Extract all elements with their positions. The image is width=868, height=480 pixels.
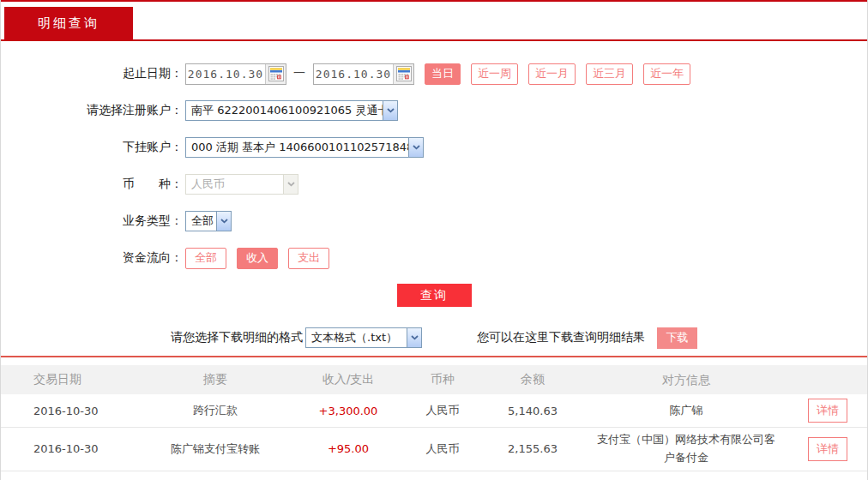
detail-button[interactable]: 详情 bbox=[808, 437, 847, 461]
cell-amount: +3,300.00 bbox=[292, 405, 404, 417]
flow-income-button[interactable]: 收入 bbox=[237, 248, 278, 269]
register-account-row: 请选择注册账户： 南平 6222001406100921065 灵通卡 bbox=[1, 99, 867, 122]
chevron-down-icon bbox=[408, 138, 423, 157]
currency-row: 币 种： 人民币 bbox=[1, 173, 867, 195]
table-header-row: 交易日期 摘要 收入/支出 币种 余额 对方信息 bbox=[1, 365, 867, 394]
download-hint: 您可以在这里下载查询明细结果 bbox=[477, 330, 645, 345]
cell-balance: 2,155.63 bbox=[481, 442, 584, 455]
range-week-button[interactable]: 近一周 bbox=[471, 63, 518, 85]
header-currency: 币种 bbox=[404, 372, 481, 387]
table-top-divider bbox=[1, 356, 867, 357]
start-date-input[interactable]: 2016.10.30 bbox=[185, 63, 286, 85]
table-row: 2016-10-30 陈广锦支付宝转账 +95.00 人民币 2,155.63 … bbox=[1, 428, 867, 471]
header-date: 交易日期 bbox=[1, 372, 138, 387]
business-type-label: 业务类型： bbox=[1, 213, 183, 229]
header-amount: 收入/支出 bbox=[292, 372, 404, 387]
business-type-value: 全部 bbox=[186, 213, 216, 229]
end-date-value: 2016.10.30 bbox=[314, 68, 393, 81]
row-separator bbox=[1, 471, 867, 471]
table-row: 2016-10-30 跨行汇款 +3,300.00 人民币 5,140.63 陈… bbox=[1, 394, 867, 427]
fund-flow-label: 资金流向： bbox=[1, 250, 183, 266]
tab-bar: 明细查询 bbox=[1, 2, 867, 39]
date-range-row: 起止日期： 2016.10.30 bbox=[1, 63, 867, 85]
detail-query-page: 明细查询 起止日期： 2016.10.30 bbox=[0, 0, 868, 480]
query-form: 起止日期： 2016.10.30 bbox=[1, 41, 867, 349]
chevron-down-icon bbox=[407, 328, 421, 347]
register-account-select[interactable]: 南平 6222001406100921065 灵通卡 bbox=[185, 100, 398, 121]
download-format-select[interactable]: 文本格式（.txt） bbox=[305, 327, 422, 348]
download-format-label: 请您选择下载明细的格式 bbox=[171, 330, 303, 345]
range-month-button[interactable]: 近一月 bbox=[528, 63, 576, 85]
download-button[interactable]: 下载 bbox=[657, 327, 697, 349]
register-account-value: 南平 6222001406100921065 灵通卡 bbox=[186, 103, 383, 118]
flow-expense-button[interactable]: 支出 bbox=[288, 248, 329, 269]
calendar-icon[interactable] bbox=[393, 64, 413, 84]
sub-account-select[interactable]: 000 活期 基本户 1406600101102571848 bbox=[185, 137, 424, 158]
cell-counterparty: 支付宝（中国）网络技术有限公司客户备付金 bbox=[584, 428, 788, 471]
currency-label: 币 种： bbox=[1, 177, 183, 192]
end-date-input[interactable]: 2016.10.30 bbox=[313, 63, 414, 85]
range-today-button[interactable]: 当日 bbox=[425, 63, 461, 85]
sub-account-label: 下挂账户： bbox=[1, 140, 183, 155]
header-summary: 摘要 bbox=[138, 372, 292, 387]
download-format-value: 文本格式（.txt） bbox=[306, 330, 407, 345]
cell-summary: 跨行汇款 bbox=[138, 403, 292, 418]
query-button[interactable]: 查询 bbox=[397, 284, 472, 307]
range-quarter-button[interactable]: 近三月 bbox=[586, 63, 633, 85]
detail-button[interactable]: 详情 bbox=[808, 399, 847, 423]
tab-detail-query[interactable]: 明细查询 bbox=[4, 7, 133, 39]
business-type-row: 业务类型： 全部 bbox=[1, 210, 867, 232]
chevron-down-icon bbox=[283, 175, 298, 194]
fund-flow-row: 资金流向： 全部 收入 支出 bbox=[1, 247, 867, 269]
query-button-row: 查询 bbox=[1, 284, 867, 307]
register-account-label: 请选择注册账户： bbox=[1, 103, 183, 118]
currency-select: 人民币 bbox=[185, 174, 298, 195]
header-counterparty: 对方信息 bbox=[584, 367, 788, 393]
sub-account-row: 下挂账户： 000 活期 基本户 1406600101102571848 bbox=[1, 136, 867, 159]
chevron-down-icon bbox=[216, 212, 231, 231]
cell-date: 2016-10-30 bbox=[1, 442, 138, 455]
cell-currency: 人民币 bbox=[404, 441, 481, 457]
date-separator: 一 bbox=[293, 66, 305, 81]
sub-account-value: 000 活期 基本户 1406600101102571848 bbox=[186, 140, 408, 155]
business-type-select[interactable]: 全部 bbox=[185, 211, 232, 231]
cell-currency: 人民币 bbox=[404, 403, 481, 418]
cell-counterparty: 陈广锦 bbox=[584, 399, 788, 423]
flow-all-button[interactable]: 全部 bbox=[185, 248, 226, 269]
cell-summary: 陈广锦支付宝转账 bbox=[138, 441, 292, 457]
cell-balance: 5,140.63 bbox=[481, 405, 584, 417]
download-row: 请您选择下载明细的格式 文本格式（.txt） 您可以在这里下载查询明细结果 下载 bbox=[1, 327, 867, 349]
range-year-button[interactable]: 近一年 bbox=[643, 63, 690, 85]
results-table: 交易日期 摘要 收入/支出 币种 余额 对方信息 2016-10-30 跨行汇款… bbox=[1, 365, 867, 471]
chevron-down-icon bbox=[383, 101, 397, 120]
header-balance: 余额 bbox=[481, 372, 584, 387]
calendar-icon[interactable] bbox=[265, 64, 286, 84]
cell-date: 2016-10-30 bbox=[1, 405, 138, 417]
currency-value: 人民币 bbox=[186, 177, 283, 192]
date-range-label: 起止日期： bbox=[1, 66, 183, 81]
cell-amount: +95.00 bbox=[292, 442, 404, 455]
start-date-value: 2016.10.30 bbox=[186, 68, 265, 81]
